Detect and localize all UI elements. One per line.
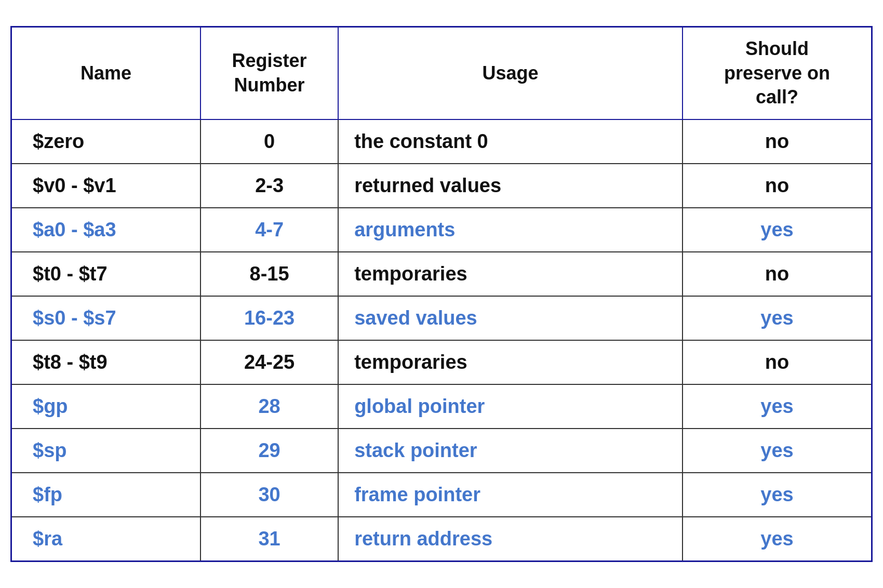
table-row: $a0 - $a34-7argumentsyes: [11, 208, 872, 252]
table-wrapper: Name RegisterNumber Usage Shouldpreserve…: [5, 21, 878, 567]
cell-preserve: no: [683, 164, 872, 208]
cell-register: 16-23: [200, 296, 338, 340]
cell-register: 4-7: [200, 208, 338, 252]
cell-preserve: yes: [683, 473, 872, 517]
cell-name: $t8 - $t9: [11, 340, 201, 384]
cell-register: 0: [200, 119, 338, 164]
cell-usage: the constant 0: [338, 119, 683, 164]
cell-register: 8-15: [200, 252, 338, 296]
cell-register: 29: [200, 429, 338, 473]
header-name: Name: [11, 26, 201, 119]
cell-name: $zero: [11, 119, 201, 164]
table-row: $sp29stack pointeryes: [11, 429, 872, 473]
cell-preserve: yes: [683, 208, 872, 252]
header-usage: Usage: [338, 26, 683, 119]
table-row: $t8 - $t924-25temporariesno: [11, 340, 872, 384]
table-row: $fp30frame pointeryes: [11, 473, 872, 517]
cell-register: 28: [200, 384, 338, 429]
cell-register: 24-25: [200, 340, 338, 384]
cell-usage: stack pointer: [338, 429, 683, 473]
table-row: $s0 - $s716-23saved valuesyes: [11, 296, 872, 340]
cell-preserve: no: [683, 119, 872, 164]
table-row: $ra31return addressyes: [11, 517, 872, 562]
table-row: $gp28global pointeryes: [11, 384, 872, 429]
table-row: $t0 - $t78-15temporariesno: [11, 252, 872, 296]
cell-name: $v0 - $v1: [11, 164, 201, 208]
header-preserve: Shouldpreserve oncall?: [683, 26, 872, 119]
table-row: $zero0the constant 0no: [11, 119, 872, 164]
registers-table: Name RegisterNumber Usage Shouldpreserve…: [10, 26, 873, 562]
cell-preserve: yes: [683, 384, 872, 429]
cell-preserve: no: [683, 340, 872, 384]
cell-usage: arguments: [338, 208, 683, 252]
cell-usage: frame pointer: [338, 473, 683, 517]
cell-preserve: yes: [683, 296, 872, 340]
header-register: RegisterNumber: [200, 26, 338, 119]
cell-preserve: yes: [683, 429, 872, 473]
cell-usage: temporaries: [338, 340, 683, 384]
cell-name: $sp: [11, 429, 201, 473]
cell-register: 2-3: [200, 164, 338, 208]
cell-name: $ra: [11, 517, 201, 562]
cell-name: $a0 - $a3: [11, 208, 201, 252]
cell-usage: returned values: [338, 164, 683, 208]
cell-usage: temporaries: [338, 252, 683, 296]
cell-register: 30: [200, 473, 338, 517]
cell-usage: return address: [338, 517, 683, 562]
cell-usage: global pointer: [338, 384, 683, 429]
cell-name: $gp: [11, 384, 201, 429]
table-row: $v0 - $v12-3returned valuesno: [11, 164, 872, 208]
cell-name: $fp: [11, 473, 201, 517]
cell-name: $t0 - $t7: [11, 252, 201, 296]
cell-name: $s0 - $s7: [11, 296, 201, 340]
cell-preserve: no: [683, 252, 872, 296]
header-row: Name RegisterNumber Usage Shouldpreserve…: [11, 26, 872, 119]
cell-preserve: yes: [683, 517, 872, 562]
cell-usage: saved values: [338, 296, 683, 340]
cell-register: 31: [200, 517, 338, 562]
